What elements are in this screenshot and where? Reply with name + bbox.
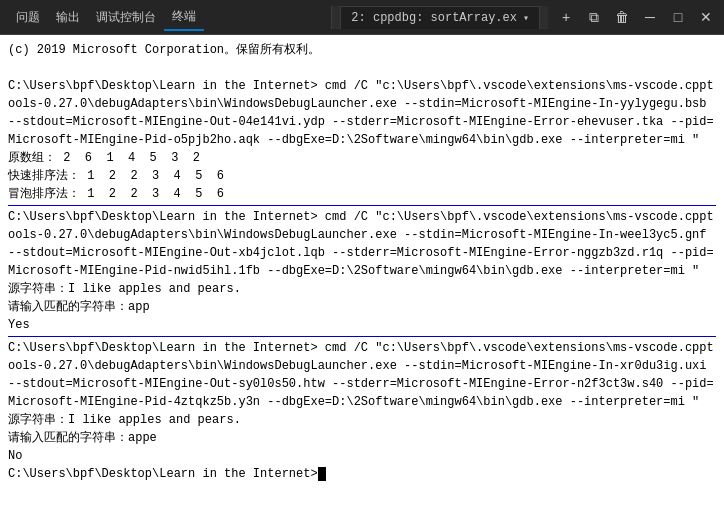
menu-item-debug-console[interactable]: 调试控制台 [88, 5, 164, 30]
terminal-section2: C:\Users\bpf\Desktop\Learn in the Intern… [8, 208, 716, 334]
section-divider-1 [8, 205, 716, 206]
section-divider-2 [8, 336, 716, 337]
title-icons: + ⧉ 🗑 ─ □ ✕ [548, 7, 724, 27]
menu-bar: 问题 输出 调试控制台 终端 [0, 4, 331, 31]
new-terminal-button[interactable]: + [556, 7, 576, 27]
close-button[interactable]: ✕ [696, 7, 716, 27]
terminal-content: (c) 2019 Microsoft Corporation。保留所有权利。 C… [8, 41, 716, 203]
minimize-button[interactable]: ─ [640, 7, 660, 27]
menu-item-problems[interactable]: 问题 [8, 5, 48, 30]
tab-dropdown-icon[interactable]: ▾ [523, 12, 529, 24]
menu-item-output[interactable]: 输出 [48, 5, 88, 30]
terminal-output[interactable]: (c) 2019 Microsoft Corporation。保留所有权利。 C… [0, 35, 724, 508]
maximize-button[interactable]: □ [668, 7, 688, 27]
kill-terminal-button[interactable]: 🗑 [612, 7, 632, 27]
cursor [318, 467, 326, 481]
title-bar: 问题 输出 调试控制台 终端 2: cppdbg: sortArray.ex ▾… [0, 0, 724, 35]
terminal-section3: C:\Users\bpf\Desktop\Learn in the Intern… [8, 339, 716, 483]
tab-area: 2: cppdbg: sortArray.ex ▾ [331, 6, 548, 29]
active-tab[interactable]: 2: cppdbg: sortArray.ex ▾ [340, 6, 540, 29]
menu-item-terminal[interactable]: 终端 [164, 4, 204, 31]
split-terminal-button[interactable]: ⧉ [584, 7, 604, 27]
tab-label: 2: cppdbg: sortArray.ex [351, 11, 517, 25]
